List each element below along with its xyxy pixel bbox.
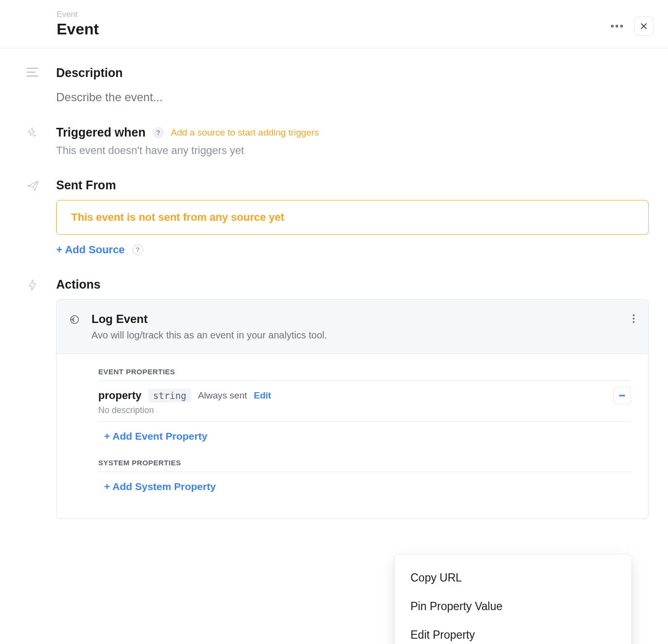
header-actions: •••	[607, 16, 653, 36]
log-icon	[69, 314, 82, 327]
more-actions-button[interactable]: •••	[607, 18, 628, 34]
bolt-icon	[26, 278, 40, 294]
log-event-card: Log Event Avo will log/track this as an …	[56, 299, 649, 519]
add-source-button[interactable]: + Add Source	[56, 244, 125, 256]
send-icon	[26, 179, 40, 195]
source-warning-text: This event is not sent from any source y…	[71, 211, 284, 223]
property-type-badge: string	[148, 389, 191, 402]
page-title: Event	[57, 20, 99, 38]
description-input[interactable]: Describe the event...	[56, 91, 649, 104]
header-title-block: Event Event	[57, 10, 99, 38]
property-no-description: No description	[98, 405, 631, 415]
property-row[interactable]: property string Always sent Edit No desc…	[98, 381, 631, 422]
section-description: Description Describe the event...	[26, 66, 649, 104]
triggered-empty-text: This event doesn't have any triggers yet	[56, 144, 649, 157]
event-properties-label: EVENT PROPERTIES	[98, 368, 631, 381]
help-icon[interactable]: ?	[133, 245, 143, 255]
trigger-icon	[26, 126, 40, 141]
sent-from-title: Sent From	[56, 178, 649, 192]
section-actions: Actions Log Event Avo will log/track thi…	[26, 277, 649, 519]
close-button[interactable]	[634, 16, 653, 36]
menu-edit-property[interactable]: Edit Property	[395, 621, 631, 644]
property-sent-label: Always sent	[198, 390, 247, 401]
align-left-icon	[26, 67, 40, 79]
card-kebab-button[interactable]	[633, 314, 635, 323]
section-triggered: Triggered when ? Add a source to start a…	[26, 125, 649, 157]
add-system-property-button[interactable]: + Add System Property	[104, 481, 216, 492]
log-event-header: Log Event Avo will log/track this as an …	[57, 300, 648, 354]
actions-title: Actions	[56, 277, 649, 291]
add-source-hint[interactable]: Add a source to start adding triggers	[171, 127, 319, 138]
property-kebab-button[interactable]	[613, 387, 631, 404]
menu-pin-property-value[interactable]: Pin Property Value	[395, 592, 631, 621]
close-icon	[639, 22, 648, 31]
system-properties-label: SYSTEM PROPERTIES	[98, 459, 631, 472]
source-warning: This event is not sent from any source y…	[56, 200, 649, 235]
log-event-title: Log Event	[91, 312, 327, 326]
property-edit-link[interactable]: Edit	[254, 390, 271, 401]
add-event-property-button[interactable]: + Add Event Property	[104, 430, 207, 442]
breadcrumb: Event	[57, 10, 99, 19]
panel-header: Event Event •••	[0, 0, 668, 48]
property-name: property	[98, 389, 141, 402]
help-icon[interactable]: ?	[152, 127, 164, 138]
triggered-title-text: Triggered when	[56, 125, 146, 139]
section-sent-from: Sent From This event is not sent from an…	[26, 178, 649, 256]
triggered-title: Triggered when ? Add a source to start a…	[56, 125, 649, 139]
description-title: Description	[56, 66, 649, 80]
property-context-menu: Copy URL Pin Property Value Edit Propert…	[395, 555, 631, 644]
menu-copy-url[interactable]: Copy URL	[395, 564, 631, 592]
panel-content: Description Describe the event... Trigge…	[0, 48, 668, 538]
log-event-desc: Avo will log/track this as an event in y…	[91, 330, 327, 341]
